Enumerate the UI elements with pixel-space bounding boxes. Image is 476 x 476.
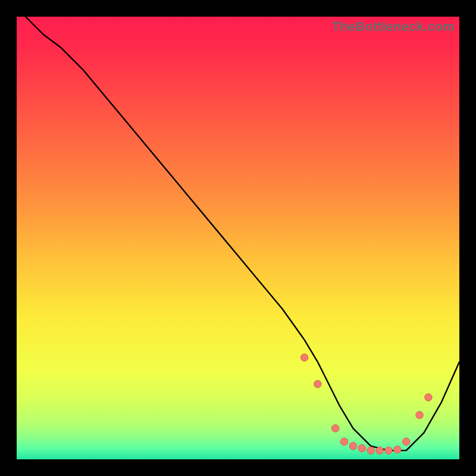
data-marker (385, 447, 392, 454)
data-marker (416, 411, 423, 418)
data-marker (331, 425, 339, 432)
data-marker (358, 444, 365, 452)
plot-area: TheBottleneck.com (17, 17, 459, 459)
data-marker (314, 380, 321, 387)
data-marker (349, 442, 356, 449)
data-marker (394, 446, 401, 453)
data-marker (300, 354, 308, 361)
curve-path (17, 17, 459, 450)
data-marker (340, 438, 347, 445)
chart-svg (17, 17, 459, 459)
chart-stage: TheBottleneck.com (0, 0, 476, 476)
data-marker (376, 447, 383, 454)
data-marker (403, 438, 410, 445)
data-marker (367, 447, 374, 454)
data-marker (425, 394, 432, 401)
